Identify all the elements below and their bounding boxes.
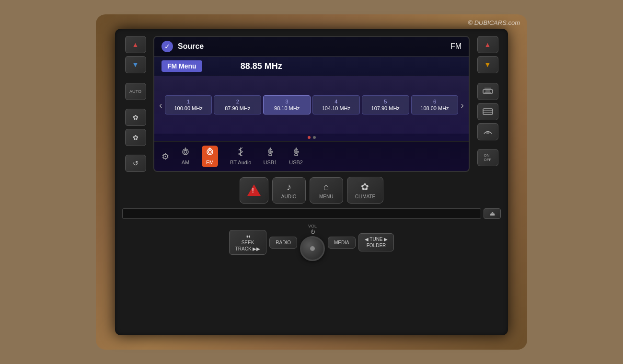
fan-up-icon: ✿	[133, 114, 138, 121]
seek-track-button[interactable]: ⏮ SEEK TRACK ▶▶	[229, 230, 267, 255]
defrost-rear-button[interactable]	[477, 83, 498, 100]
svg-rect-11	[268, 151, 270, 152]
hazard-button[interactable]	[240, 177, 268, 204]
tune-folder-button[interactable]: ◀ TUNE ▶ FOLDER	[358, 233, 394, 251]
dot-2	[313, 136, 316, 139]
right-controls: ▲ ▼	[474, 36, 501, 172]
preset-prev-button[interactable]: ‹	[157, 100, 165, 111]
svg-rect-17	[294, 151, 296, 152]
defrost-front-button[interactable]	[477, 123, 498, 140]
preset-dots	[154, 134, 469, 141]
radio-label: RADIO	[276, 240, 291, 245]
console-inner: ▲ ▼ AUTO ✿ ✿ ↺	[115, 29, 508, 335]
cd-slot-row: ⏏	[122, 208, 501, 219]
preset-5[interactable]: 5 107.90 MHz	[362, 95, 409, 114]
dot-1	[308, 136, 311, 139]
preset-6[interactable]: 6 108.00 MHz	[411, 95, 459, 114]
top-section: ▲ ▼ AUTO ✿ ✿ ↺	[122, 36, 501, 172]
audio-icon: ♪	[287, 182, 291, 193]
screen-sources: ⚙ AM	[154, 141, 469, 171]
ac-panel-button[interactable]	[477, 103, 498, 120]
usb2-label: USB2	[289, 159, 303, 165]
svg-point-4	[208, 150, 211, 153]
infotainment-screen: ✓ Source FM FM Menu 88.85 MHz ‹ 1 100.00…	[153, 36, 470, 172]
preset-4[interactable]: 4 104.10 MHz	[312, 95, 360, 114]
left-up-button[interactable]: ▲	[125, 36, 146, 53]
menu-button[interactable]: ⌂ MENU	[310, 177, 343, 204]
fan-up-button[interactable]: ✿	[125, 109, 146, 126]
usb2-source-button[interactable]: USB2	[289, 148, 303, 165]
right-down-button[interactable]: ▼	[477, 56, 498, 73]
seek-track-sub: TRACK ▶▶	[235, 246, 261, 251]
preset-2[interactable]: 2 87.90 MHz	[214, 95, 261, 114]
left-down-button[interactable]: ▼	[125, 56, 146, 73]
fan-down-button[interactable]: ✿	[125, 129, 146, 146]
power-icon: ⏻	[311, 229, 315, 234]
media-button[interactable]: MEDIA	[328, 237, 356, 249]
usb1-label: USB1	[263, 159, 277, 165]
screen-presets: ‹ 1 100.00 MHz 2 87.90 MHz 3 98.10 MHz	[154, 76, 469, 134]
usb1-source-button[interactable]: USB1	[263, 148, 277, 165]
climate-button[interactable]: ✿ CLIMATE	[347, 177, 384, 204]
audio-label: AUDIO	[281, 194, 297, 199]
preset-3[interactable]: 3 98.10 MHz	[263, 95, 311, 114]
svg-rect-19	[295, 154, 298, 156]
right-up-button[interactable]: ▲	[477, 36, 498, 53]
folder-label: FOLDER	[367, 243, 386, 248]
on-off-button[interactable]: ONOFF	[477, 149, 498, 166]
cd-slot	[122, 208, 481, 219]
source-value: FM	[450, 42, 461, 51]
bt-audio-label: BT Audio	[230, 159, 251, 165]
svg-rect-12	[271, 151, 273, 152]
preset-1[interactable]: 1 100.00 MHz	[165, 95, 212, 114]
seek-prev-icon: ⏮	[245, 233, 251, 239]
am-source-button[interactable]: AM	[181, 148, 190, 165]
fm-icon	[206, 148, 214, 158]
svg-rect-20	[483, 90, 493, 93]
svg-rect-13	[269, 154, 272, 156]
climate-icon: ✿	[361, 181, 369, 193]
left-controls: ▲ ▼ AUTO ✿ ✿ ↺	[122, 36, 149, 172]
car-console: © DUBICARS.com ▲ ▼ AUTO ✿ ✿	[96, 14, 527, 350]
svg-point-1	[184, 150, 187, 153]
vol-label: VOL	[308, 224, 317, 228]
fm-source-button[interactable]: FM	[202, 146, 218, 167]
source-label: Source	[178, 42, 204, 51]
fm-label: FM	[206, 159, 214, 165]
usb2-icon	[292, 148, 300, 158]
menu-icon: ⌂	[323, 182, 329, 193]
volume-group: VOL ⏻	[300, 224, 325, 261]
bottom-controls: ⏮ SEEK TRACK ▶▶ RADIO VOL ⏻ MEDIA ◀ TUNE…	[122, 224, 501, 261]
hazard-icon	[247, 184, 261, 196]
auto-button[interactable]: AUTO	[125, 83, 146, 100]
recirculate-button[interactable]: ↺	[125, 155, 146, 172]
watermark: © DUBICARS.com	[468, 19, 520, 26]
menu-label: MENU	[319, 194, 333, 199]
am-icon	[181, 148, 190, 158]
settings-button[interactable]: ⚙	[162, 151, 169, 162]
bt-audio-source-button[interactable]: BT Audio	[230, 148, 251, 165]
svg-rect-21	[483, 109, 493, 114]
recirculate-icon: ↺	[133, 159, 138, 167]
eject-button[interactable]: ⏏	[484, 208, 501, 219]
bluetooth-icon	[237, 148, 244, 158]
bottom-buttons: ♪ AUDIO ⌂ MENU ✿ CLIMATE	[122, 177, 501, 204]
volume-knob-indicator	[310, 246, 315, 251]
climate-label: CLIMATE	[355, 194, 376, 199]
seek-track-label: SEEK	[242, 240, 254, 245]
radio-button[interactable]: RADIO	[269, 237, 297, 249]
screen-header: ✓ Source FM	[154, 37, 469, 57]
fm-menu-button[interactable]: FM Menu	[162, 60, 202, 72]
preset-next-button[interactable]: ›	[458, 100, 466, 111]
audio-button[interactable]: ♪ AUDIO	[272, 177, 306, 204]
fan-down-icon: ✿	[133, 134, 138, 141]
am-label: AM	[182, 159, 190, 165]
svg-rect-18	[297, 151, 299, 152]
media-label: MEDIA	[334, 240, 349, 245]
usb1-icon	[266, 148, 274, 158]
volume-knob[interactable]	[300, 236, 325, 261]
tune-icon: ◀ TUNE ▶	[365, 237, 388, 242]
auto-label: AUTO	[129, 89, 141, 94]
fm-menu-bar: FM Menu 88.85 MHz	[154, 57, 469, 76]
presets-list: 1 100.00 MHz 2 87.90 MHz 3 98.10 MHz 4	[165, 95, 459, 114]
